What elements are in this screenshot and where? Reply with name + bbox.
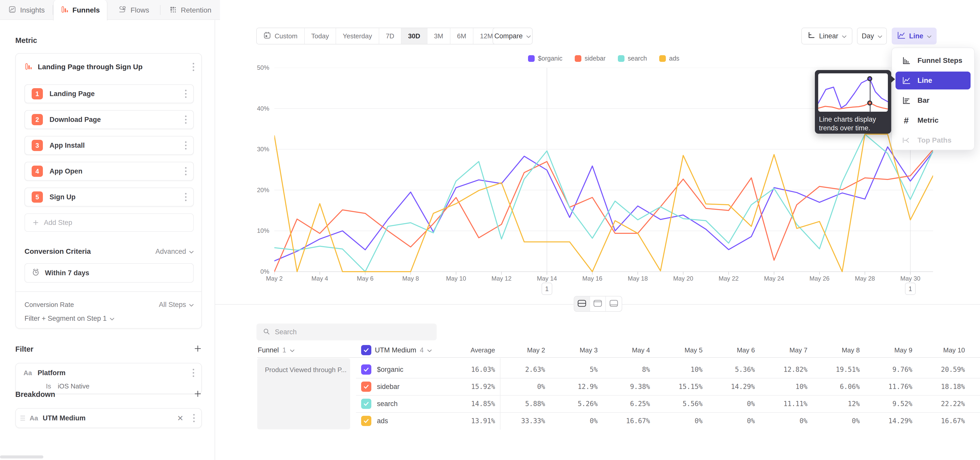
- funnel-metric-kebab-icon[interactable]: [192, 63, 195, 71]
- funnel-step-2[interactable]: 2 Download Page: [24, 110, 194, 129]
- breakdown-column-header[interactable]: UTM Medium 4: [361, 343, 432, 357]
- column-header-may-7[interactable]: May 7: [756, 343, 808, 357]
- tab-funnels[interactable]: Funnels: [53, 0, 107, 21]
- range-7d[interactable]: 7D: [379, 28, 401, 44]
- tab-insights[interactable]: Insights: [0, 0, 53, 21]
- table-row-organic[interactable]: $organic: [361, 363, 404, 376]
- range-6m[interactable]: 6M: [450, 28, 473, 44]
- granularity-dropdown-button[interactable]: Day: [857, 27, 887, 45]
- range-30d[interactable]: 30D: [401, 28, 428, 44]
- column-header-may-5[interactable]: May 5: [652, 343, 703, 357]
- compare-button[interactable]: Compare: [493, 27, 533, 45]
- funnel-step-1[interactable]: 1 Landing Page: [24, 84, 194, 103]
- column-header-may-4[interactable]: May 4: [599, 343, 650, 357]
- breakdown-checkbox[interactable]: [361, 345, 371, 355]
- drag-handle-icon[interactable]: [21, 416, 25, 420]
- tab-flows[interactable]: Flows: [107, 0, 161, 21]
- breakdown-kebab-icon[interactable]: [192, 414, 195, 422]
- chevron-down-icon: [427, 346, 432, 354]
- step-kebab-icon[interactable]: [185, 115, 187, 124]
- column-header-may-8[interactable]: May 8: [809, 343, 860, 357]
- filter-segment-dropdown[interactable]: Filter + Segment on Step 1: [24, 315, 115, 323]
- funnel-step-3[interactable]: 3 App Install: [24, 136, 194, 155]
- conversion-window-row[interactable]: Within 7 days: [24, 263, 194, 283]
- range-today[interactable]: Today: [305, 28, 336, 44]
- legend-item-organic[interactable]: $organic: [528, 55, 563, 62]
- funnel-column-header[interactable]: Funnel 1: [258, 343, 294, 357]
- table-search[interactable]: [256, 324, 437, 340]
- calendar-icon: [263, 32, 271, 41]
- funnel-metric-icon: [24, 62, 32, 71]
- filter-kebab-icon[interactable]: [192, 369, 195, 377]
- column-header-may-9[interactable]: May 9: [861, 343, 912, 357]
- legend-item-sidebar[interactable]: sidebar: [575, 55, 606, 62]
- column-header-may-10[interactable]: May 10: [914, 343, 965, 357]
- annotation-badge[interactable]: 1: [905, 283, 916, 295]
- menu-item-line[interactable]: Line: [896, 72, 970, 89]
- column-header-may-2[interactable]: May 2: [494, 343, 545, 357]
- column-header-average[interactable]: Average: [444, 343, 495, 357]
- annotation-badge[interactable]: 1: [542, 283, 552, 295]
- series-checkbox[interactable]: [361, 364, 371, 375]
- table-cell: 5.88%: [494, 398, 545, 410]
- menu-item-funnel-steps[interactable]: Funnel Steps: [896, 52, 970, 70]
- legend-item-search[interactable]: search: [618, 55, 647, 62]
- chart-type-dropdown-button[interactable]: Line: [892, 27, 937, 45]
- table-row-sidebar[interactable]: sidebar: [361, 380, 400, 393]
- conversion-rate-dropdown[interactable]: All Steps: [159, 301, 194, 309]
- table-cell: 20.59%: [914, 363, 965, 376]
- series-checkbox[interactable]: [361, 382, 371, 392]
- funnel-step-5[interactable]: 5 Sign Up: [24, 188, 194, 206]
- chevron-down-icon: [842, 32, 846, 40]
- funnel-step-4[interactable]: 4 App Open: [24, 162, 194, 180]
- step-kebab-icon[interactable]: [185, 193, 187, 201]
- range-yesterday[interactable]: Yesterday: [336, 28, 379, 44]
- step-kebab-icon[interactable]: [185, 167, 187, 175]
- sidebar-scrollbar[interactable]: [0, 455, 43, 458]
- scale-dropdown-button[interactable]: Linear: [801, 27, 853, 45]
- view-table-only-button[interactable]: [606, 296, 622, 311]
- menu-item-bar[interactable]: Bar: [896, 91, 970, 109]
- retention-icon: [169, 6, 177, 15]
- series-checkbox[interactable]: [361, 416, 371, 426]
- add-step-button[interactable]: Add Step: [24, 213, 194, 232]
- table-cell: 2.63%: [494, 363, 545, 376]
- linear-axis-icon: [807, 31, 815, 41]
- chart-type-menu: Funnel StepsLineBar#MetricTop Paths: [891, 48, 975, 150]
- table-cell: 33.33%: [494, 415, 545, 427]
- advanced-dropdown[interactable]: Advanced: [156, 248, 194, 256]
- view-split-button[interactable]: [574, 296, 590, 311]
- series-checkbox[interactable]: [361, 399, 371, 409]
- view-chart-only-button[interactable]: [590, 296, 606, 311]
- breakdown-card[interactable]: Aa UTM Medium ✕: [15, 408, 202, 428]
- table-row-search[interactable]: search: [361, 398, 398, 410]
- add-breakdown-button[interactable]: [194, 390, 202, 399]
- y-tick-label: 0%: [246, 268, 269, 275]
- search-input[interactable]: [275, 328, 418, 336]
- table-cell: 12.9%: [547, 380, 598, 393]
- table-cell: 5.56%: [652, 398, 703, 410]
- table-header-row: Funnel 1 UTM Medium 4 AverageMay 2May 3M…: [215, 343, 980, 357]
- table-cell: 5.26%: [547, 398, 598, 410]
- legend-swatch: [575, 55, 581, 62]
- menu-item-metric[interactable]: #Metric: [896, 112, 970, 129]
- column-header-may-3[interactable]: May 3: [547, 343, 598, 357]
- add-filter-button[interactable]: [194, 345, 202, 354]
- table-row-ads[interactable]: ads: [361, 415, 388, 427]
- range-3m[interactable]: 3M: [428, 28, 450, 44]
- tab-label: Insights: [20, 6, 45, 14]
- menu-item-top-paths: Top Paths: [896, 131, 970, 149]
- tab-retention[interactable]: Retention: [161, 0, 220, 21]
- step-kebab-icon[interactable]: [185, 141, 187, 150]
- remove-breakdown-icon[interactable]: ✕: [177, 414, 183, 423]
- step-number-badge: 2: [32, 114, 43, 125]
- legend-item-ads[interactable]: ads: [659, 55, 679, 62]
- table-cell: 0%: [547, 415, 598, 427]
- range-custom[interactable]: Custom: [257, 28, 305, 44]
- tab-label: Retention: [181, 6, 212, 14]
- funnel-metric-header[interactable]: Landing Page through Sign Up: [24, 60, 195, 74]
- funnel-group-cell[interactable]: Product Viewed through P...: [257, 358, 350, 429]
- step-kebab-icon[interactable]: [185, 90, 187, 98]
- chart-legend: $organicsidebarsearchads: [274, 55, 933, 62]
- column-header-may-6[interactable]: May 6: [704, 343, 755, 357]
